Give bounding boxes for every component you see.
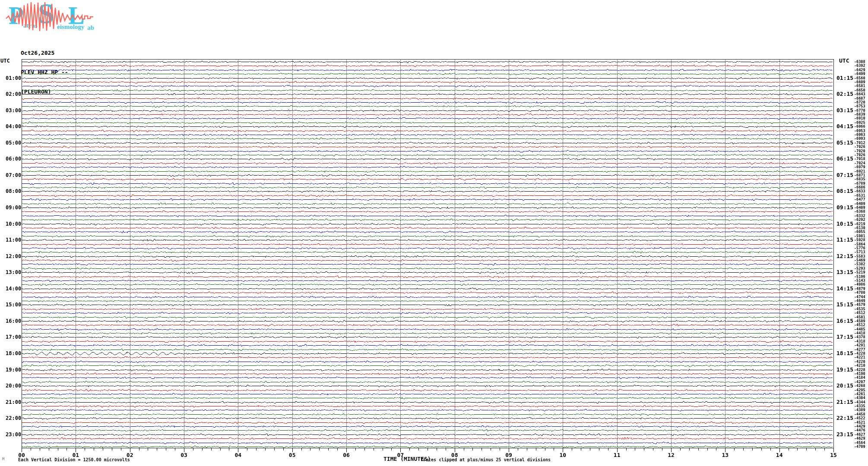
minute-label: 04	[235, 452, 242, 458]
left-time-label: 13:00	[6, 269, 20, 275]
right-time-label: 02:15	[836, 91, 853, 97]
right-time-label: 22:15	[836, 415, 853, 421]
right-time-label: 07:15	[836, 172, 853, 178]
left-time-label: 08:00	[6, 188, 20, 194]
left-time-label: 06:00	[6, 156, 20, 162]
left-time-label: 14:00	[6, 286, 20, 292]
left-time-label: 04:00	[6, 123, 20, 129]
right-time-label: 23:15	[836, 431, 853, 438]
right-time-label: 06:15	[836, 155, 853, 162]
right-time-label: 15:15	[836, 301, 853, 308]
right-time-label: 17:15	[836, 334, 853, 340]
right-time-label: 13:15	[836, 269, 853, 275]
clip-note: Traces clipped at plus/minus 25 vertical…	[421, 457, 551, 462]
right-time-label: 21:15	[836, 399, 853, 405]
left-time-label: 16:00	[6, 318, 20, 324]
vertical-division-note: Each Vertical Division = 1250.00 microvo…	[18, 457, 130, 462]
right-time-label: 20:15	[836, 382, 853, 389]
left-time-label: 11:00	[6, 237, 20, 243]
minute-label: 03	[181, 452, 187, 458]
left-time-label: 09:00	[6, 205, 20, 211]
left-time-label: 10:00	[6, 221, 20, 227]
left-time-label: 20:00	[6, 383, 20, 389]
left-time-label: 07:00	[6, 172, 20, 178]
left-time-label: 21:00	[6, 399, 20, 405]
left-time-label: 15:00	[6, 302, 20, 308]
right-time-label: 18:15	[836, 350, 853, 356]
minute-label: 15	[830, 452, 837, 458]
right-time-label: 16:15	[836, 318, 853, 324]
left-time-label: 02:00	[6, 91, 20, 97]
right-time-label: 05:15	[836, 139, 853, 146]
seismogram-canvas	[0, 0, 868, 466]
minute-label: 06	[343, 452, 350, 458]
minute-label: 13	[722, 452, 729, 458]
right-time-label: 01:15	[836, 75, 853, 81]
left-time-label: 03:00	[6, 107, 20, 113]
left-time-label: 23:00	[6, 431, 20, 438]
minute-label: 11	[614, 452, 621, 458]
right-time-label: 12:15	[836, 253, 853, 259]
right-time-label: 11:15	[836, 236, 853, 243]
offset-value: -4709	[854, 444, 865, 449]
right-time-label: 08:15	[836, 188, 853, 194]
minute-label: 10	[560, 452, 567, 458]
right-time-label: 09:15	[836, 204, 853, 211]
left-time-label: 18:00	[6, 350, 20, 356]
helicorder-page: P atras S eismology L ab Oct26,2025 PLEV…	[0, 0, 868, 466]
right-time-label: 04:15	[836, 123, 853, 129]
left-time-label: 17:00	[6, 334, 20, 340]
minute-label: 12	[668, 452, 675, 458]
minute-label: 14	[776, 452, 783, 458]
left-time-label: 05:00	[6, 140, 20, 146]
watermark-icon: M	[2, 457, 4, 461]
right-time-label: 19:15	[836, 366, 853, 373]
right-time-label: 10:15	[836, 220, 853, 227]
right-time-label: 03:15	[836, 107, 853, 113]
left-time-label: 19:00	[6, 367, 20, 373]
right-time-label: 14:15	[836, 285, 853, 292]
left-time-label: 01:00	[6, 75, 20, 81]
minute-label: 05	[289, 452, 296, 458]
left-time-label: 12:00	[6, 253, 20, 259]
left-time-label: 22:00	[6, 415, 20, 421]
